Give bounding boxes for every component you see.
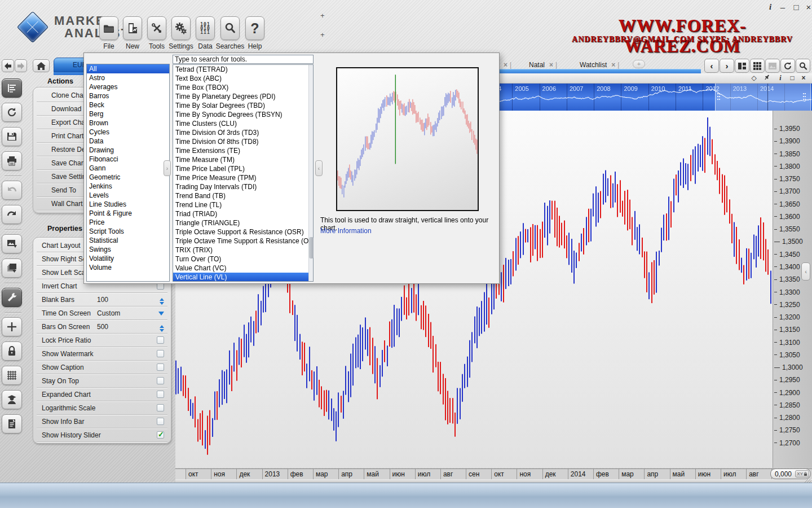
tool-item[interactable]: Tetrad (TETRAD) (173, 65, 313, 74)
property-row[interactable]: Show Info Bar (37, 415, 167, 428)
pin-icon[interactable] (762, 74, 771, 82)
property-row[interactable]: Show History Slider (37, 428, 167, 442)
category-item[interactable]: Price (87, 218, 169, 227)
tabs-scroll-right-button[interactable]: › (720, 59, 734, 73)
checkbox[interactable] (157, 404, 164, 411)
category-item[interactable]: Data (87, 137, 169, 146)
property-row[interactable]: Show Watermark (37, 347, 167, 361)
tool-search-input[interactable] (173, 55, 314, 64)
hidden-tab-close[interactable]: ×| (504, 59, 511, 71)
category-item[interactable]: Brown (87, 119, 169, 128)
property-row[interactable]: Show Caption (37, 361, 167, 374)
time-axis[interactable]: октноядек2013февмарапрмайиюниюлавгсенокт… (175, 468, 812, 479)
grid-button[interactable] (2, 366, 22, 385)
checkbox[interactable] (157, 364, 164, 371)
window-maximize-icon[interactable]: □ (791, 2, 802, 12)
checkbox[interactable] (157, 350, 164, 357)
lock-scale-button[interactable] (2, 341, 22, 361)
refresh-data-button[interactable] (2, 103, 22, 122)
tool-item[interactable]: Value Chart (VC) (173, 264, 313, 273)
redo-button[interactable] (2, 205, 22, 224)
category-item[interactable]: Volatility (87, 254, 169, 263)
checkbox[interactable] (157, 391, 164, 398)
property-row[interactable]: Bars On Screen 500 (37, 320, 167, 334)
new-button[interactable] (123, 16, 142, 40)
tool-item[interactable]: Trend Line (TL) (173, 200, 313, 209)
tool-item[interactable]: Time Price Label (TPL) (173, 164, 313, 173)
new-tab-button[interactable]: + (633, 60, 645, 68)
category-item[interactable]: Barros (87, 91, 169, 100)
tool-item[interactable]: Vertical Line (VL) (173, 273, 313, 282)
notepad-button[interactable] (2, 414, 22, 433)
tool-item[interactable]: Turn Over (TO) (173, 255, 313, 264)
search-view-button[interactable] (796, 59, 810, 73)
category-item[interactable]: Geometric (87, 173, 169, 182)
checkbox[interactable] (157, 377, 164, 384)
tool-item[interactable]: Triple Octave Support & Resistance (OSR) (173, 227, 313, 237)
crosshair-value-box[interactable]: 0,000 XY (770, 468, 811, 479)
tool-item[interactable]: Time Division Of 8ths (TD8) (173, 137, 313, 146)
export-image-stack-button[interactable] (2, 259, 22, 278)
settings-button[interactable] (171, 16, 191, 40)
price-axis[interactable]: 1,39501,39001,38501,38001,37501,37001,36… (773, 111, 812, 468)
export-image-button[interactable] (2, 234, 22, 253)
category-item[interactable]: Levels (87, 191, 169, 200)
grid-view-button[interactable] (750, 59, 765, 73)
property-row[interactable]: Stay On Top (37, 374, 167, 388)
tool-item[interactable]: Text Box (ABC) (173, 74, 313, 83)
tool-item[interactable]: Time By Planetary Degrees (PDI) (173, 92, 313, 101)
data-button[interactable]: 101 010 111 (196, 16, 215, 40)
xy-lock-button[interactable]: XY (795, 470, 809, 478)
crosshair-button[interactable] (2, 317, 22, 336)
chart-info-icon[interactable]: i (776, 74, 785, 82)
tab-natal[interactable]: Natal×| (529, 59, 557, 71)
tools-list[interactable]: Tetrad (TETRAD)Text Box (ABC)Time Box (T… (173, 64, 314, 282)
checkbox[interactable] (157, 418, 164, 425)
stepper-up-icon[interactable] (160, 323, 164, 328)
window-close-icon[interactable]: × (803, 2, 812, 12)
tab-watchlist-close-icon[interactable]: × (611, 61, 615, 69)
stepper-up-icon[interactable] (160, 296, 164, 301)
diamond-icon[interactable]: ◇ (749, 74, 758, 82)
category-item[interactable]: Drawing (87, 146, 169, 155)
category-item[interactable]: Berg (87, 110, 169, 119)
window-minimize-icon[interactable]: – (777, 2, 788, 12)
category-item[interactable]: Point & Figure (87, 209, 169, 218)
tool-item[interactable]: Time Price Measure (TPM) (173, 173, 313, 182)
category-item[interactable]: Cycles (87, 128, 169, 137)
chart-restore-icon[interactable]: □ (788, 74, 797, 82)
tools-scrollbar-thumb[interactable] (309, 237, 314, 259)
tool-item[interactable]: Time Division Of 3rds (TD3) (173, 128, 313, 137)
tool-item[interactable]: Time Measure (TM) (173, 155, 313, 164)
mentor-button[interactable] (2, 390, 22, 409)
property-row[interactable]: Blank Bars 100 (37, 293, 167, 306)
dropdown-chevron-icon[interactable] (158, 312, 164, 318)
category-item[interactable]: All (87, 64, 169, 73)
tools-button[interactable] (147, 16, 166, 40)
property-row[interactable]: Logarithmic Scale (37, 401, 167, 415)
tool-item[interactable]: Time Clusters (CLU) (173, 119, 313, 128)
home-button[interactable] (33, 59, 50, 72)
stepper-control[interactable] (160, 323, 164, 334)
property-row[interactable]: Time On Screen Custom (37, 306, 167, 320)
export-view-button[interactable] (765, 59, 780, 73)
tool-item[interactable]: Triad (TRIAD) (173, 209, 313, 218)
help-button[interactable]: ? (245, 16, 264, 40)
property-row[interactable]: Lock Price Ratio (37, 334, 167, 347)
searches-button[interactable] (220, 16, 240, 40)
category-item[interactable]: Script Tools (87, 227, 169, 236)
category-item[interactable]: Volume (87, 263, 169, 272)
undo-button[interactable] (2, 181, 22, 200)
tool-item[interactable]: Triangle (TRIANGLE) (173, 218, 313, 227)
categories-collapse-button[interactable]: › (164, 160, 171, 176)
tool-item[interactable]: Trend Band (TB) (173, 191, 313, 200)
more-information-link[interactable]: More Information (320, 227, 372, 235)
category-item[interactable]: Line Studies (87, 200, 169, 209)
window-info-icon[interactable]: i (765, 2, 776, 12)
category-item[interactable]: Gann (87, 164, 169, 173)
tool-item[interactable]: Time Box (TBOX) (173, 83, 313, 92)
nav-forward-button[interactable] (15, 59, 27, 72)
category-item[interactable]: Jenkins (87, 182, 169, 191)
axis-scroll-left-button[interactable]: ‹ (801, 262, 810, 281)
tool-categories-list[interactable]: AllAstroAveragesBarrosBeckBergBrownCycle… (86, 64, 170, 282)
